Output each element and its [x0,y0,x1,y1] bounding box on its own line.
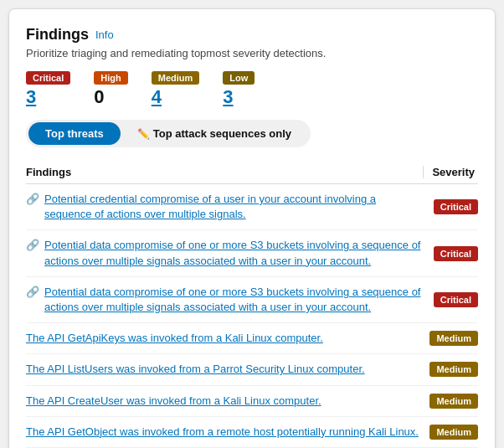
finding-row: 🔗Potential credential compromise of a us… [26,184,478,230]
col-findings-label: Findings [26,166,71,178]
col-severity-label: Severity [432,166,478,178]
finding-link[interactable]: The API GetApiKeys was invoked from a Ka… [26,331,323,346]
subtitle: Prioritize triaging and remediating topm… [26,47,478,59]
finding-left: 🔗Potential credential compromise of a us… [26,192,425,222]
pencil-icon: ✏️ [137,128,150,140]
finding-row: 🔗Potential data compromise of one or mor… [26,277,478,323]
severity-badge-critical: Critical [26,71,70,85]
tab-top-threats[interactable]: Top threats [28,122,121,145]
table-header: Findings Severity [26,161,478,184]
severity-item-critical: Critical3 [26,71,70,106]
severity-badge-high: High [94,71,127,85]
finding-severity-badge: Critical [434,246,478,261]
finding-row: The API CreateUser was invoked from a Ka… [26,386,478,417]
findings-card: Findings Info Prioritize triaging and re… [8,8,496,448]
finding-severity-badge: Critical [434,199,478,214]
severity-counts: Critical3High0Medium4Low3 [26,71,478,106]
finding-row: 🔗Potential data compromise of one or mor… [26,230,478,276]
finding-link[interactable]: Potential data compromise of one or more… [44,238,425,268]
severity-count-critical[interactable]: 3 [26,88,36,106]
finding-left: 🔗Potential data compromise of one or mor… [26,238,425,268]
finding-row: The API ListUsers was invoked from a Par… [26,354,478,385]
finding-left: The API GetApiKeys was invoked from a Ka… [26,331,421,346]
finding-severity-badge: Medium [429,362,478,377]
finding-row: The API GetApiKeys was invoked from a Ka… [26,323,478,354]
finding-row: The API GetObject was invoked from a rem… [26,417,478,448]
severity-count-medium[interactable]: 4 [152,88,162,106]
severity-badge-medium: Medium [152,71,200,85]
severity-count-low[interactable]: 3 [223,88,233,106]
finding-left: The API CreateUser was invoked from a Ka… [26,394,421,409]
severity-count-high: 0 [94,88,104,106]
finding-left: The API GetObject was invoked from a rem… [26,425,421,440]
finding-link[interactable]: Potential credential compromise of a use… [44,192,425,222]
page-title: Findings [26,26,89,44]
tab-top-attack-sequences[interactable]: ✏️Top attack sequences only [121,122,308,145]
finding-severity-badge: Critical [434,292,478,307]
finding-link[interactable]: The API GetObject was invoked from a rem… [26,425,419,440]
header-row: Findings Info [26,26,478,44]
tab-row: Top threats ✏️Top attack sequences only [26,120,311,147]
severity-item-medium: Medium4 [152,71,200,106]
finding-severity-badge: Medium [429,425,478,440]
chain-link-icon: 🔗 [26,193,39,205]
severity-item-high: High0 [94,71,127,106]
finding-severity-badge: Medium [429,331,478,346]
chain-link-icon: 🔗 [26,286,39,298]
severity-item-low: Low3 [223,71,255,106]
findings-list: 🔗Potential credential compromise of a us… [26,184,478,448]
info-link[interactable]: Info [95,28,114,41]
chain-link-icon: 🔗 [26,239,39,251]
finding-link[interactable]: The API CreateUser was invoked from a Ka… [26,394,321,409]
finding-severity-badge: Medium [429,394,478,409]
finding-left: 🔗Potential data compromise of one or mor… [26,285,425,315]
finding-link[interactable]: Potential data compromise of one or more… [44,285,425,315]
severity-badge-low: Low [223,71,255,85]
finding-link[interactable]: The API ListUsers was invoked from a Par… [26,362,365,377]
finding-left: The API ListUsers was invoked from a Par… [26,362,421,377]
header-divider [423,166,424,178]
